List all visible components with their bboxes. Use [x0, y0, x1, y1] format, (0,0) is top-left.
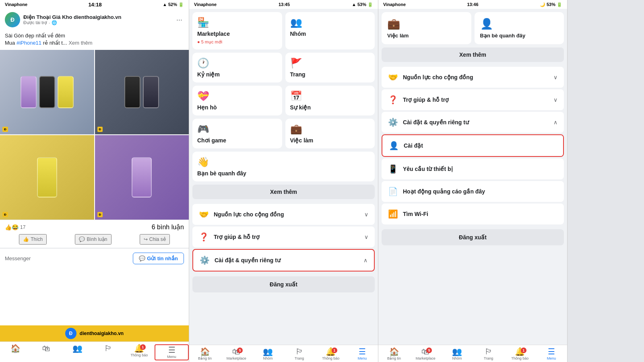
section-community-2[interactable]: 🤝 Nguồn lực cho cộng đồng ∨ [192, 204, 375, 225]
shortcut-banbe[interactable]: 👤 Bạn bè quanh đây [475, 12, 564, 44]
nav-notifications-3[interactable]: 🔔 1 Thông báo [504, 348, 536, 360]
status-bar-2: Vinaphone 13:45 ▲ 53% 🔋 [189, 0, 378, 9]
nav-feed-label-2: Bảng tin [198, 356, 212, 360]
nav-pages-1[interactable]: 🏳 [93, 344, 124, 360]
hoatdong-item[interactable]: 📄 Hoạt động quảng cáo gần đây [382, 181, 564, 202]
section-community-3[interactable]: 🤝 Nguồn lực cho cộng đồng ∨ [382, 67, 564, 88]
page-avatar[interactable]: Đ [5, 12, 20, 27]
help-icon-3: ❓ [388, 95, 398, 105]
yeucau-label: Yêu cầu từ thiết bị [403, 166, 453, 172]
nav-marketplace-1[interactable]: 🛍 [31, 344, 62, 360]
photo-cell-2[interactable]: Đ [95, 50, 189, 134]
see-more-link[interactable]: Xem thêm [68, 40, 92, 46]
trang-nav-icon-3: 🏳 [485, 348, 493, 356]
caidat-item[interactable]: 👤 Cài đặt [382, 135, 563, 156]
menu-item-choigame[interactable]: 🎮 Chơi game [192, 119, 282, 148]
wifi-icon: 📶 [388, 209, 398, 219]
help-label-3: Trợ giúp & hỗ trợ [403, 97, 449, 103]
community-label-3: Nguồn lực cho cộng đồng [403, 74, 473, 80]
menu-item-marketplace[interactable]: 🏪 Marketplace ● 5 mục mới [192, 12, 282, 49]
menu-item-henho[interactable]: 💝 Hẹn hò [192, 86, 282, 115]
section-settings-3[interactable]: ⚙️ Cài đặt & quyền riêng tư ∧ [382, 112, 564, 133]
indicators-3: 🌙 53% 🔋 [540, 2, 562, 7]
trang-nav-icon-2: 🏳 [295, 348, 303, 356]
nav-feed-2[interactable]: 🏠 Bảng tin [189, 348, 221, 360]
nav-home-1[interactable]: 🏠 [0, 344, 31, 360]
logout-button-2[interactable]: Đăng xuất [192, 276, 375, 292]
help-chevron-2: ∨ [364, 234, 368, 240]
photo-cell-1[interactable]: Đ [0, 50, 94, 134]
phone-mini-purple2 [132, 157, 152, 197]
filler-area [568, 0, 644, 362]
settings-section-highlight-2: ⚙️ Cài đặt & quyền riêng tư ∧ [192, 249, 375, 272]
carrier-2: Vinaphone [194, 2, 217, 7]
photo-cell-3[interactable]: Đ [0, 135, 94, 220]
nav-trang-3[interactable]: 🏳 Trang [473, 348, 504, 360]
shortcut-vieclam-label: Việc làm [387, 33, 466, 39]
section-help-3[interactable]: ❓ Trợ giúp & hỗ trợ ∨ [382, 89, 564, 110]
like-button[interactable]: 👍 Thích [19, 234, 47, 245]
menu-item-kynieam[interactable]: 🕐 Kỷ niệm [192, 53, 282, 82]
nav-notifications-2[interactable]: 🔔 1 Thông báo [315, 348, 347, 360]
share-button[interactable]: ↪ Chia sẻ [140, 234, 170, 245]
post-options-button[interactable]: ··· [175, 14, 184, 26]
banbe-icon: 👋 [197, 156, 370, 168]
brand-badge-3: Đ [2, 212, 8, 217]
marketplace-nav-badge-2: 5 [237, 348, 243, 353]
menu-grid: 🏪 Marketplace ● 5 mục mới 👥 Nhóm 🕐 Kỷ ni… [189, 9, 378, 185]
kyniem-icon: 🕐 [197, 58, 277, 69]
see-more-button-3[interactable]: Xem thêm [382, 47, 564, 62]
section-settings-2[interactable]: ⚙️ Cài đặt & quyền riêng tư ∧ [193, 250, 374, 271]
phone-2: Vinaphone 13:45 ▲ 53% 🔋 🏪 Marketplace ● … [189, 0, 378, 362]
phone-mini-black [39, 76, 55, 108]
section-settings-left-2: ⚙️ Cài đặt & quyền riêng tư [200, 255, 281, 265]
notifications-nav-badge-3: 1 [521, 348, 526, 353]
nav-menu-3[interactable]: ☰ Menu [536, 348, 567, 360]
nav-menu-1[interactable]: ☰ Menu [155, 344, 189, 360]
nhom-nav-label-2: Nhóm [263, 356, 272, 360]
page-name[interactable]: Điện Thoại Giá Kho dienthoaigiakho.vn [23, 14, 171, 20]
phone-mini-dark [143, 76, 159, 108]
timwifi-item[interactable]: 📶 Tìm Wi-Fi [382, 204, 564, 224]
nav-marketplace-3[interactable]: 🛍 5 Marketplace [410, 348, 441, 360]
phone3-content: 💼 Việc làm 👤 Bạn bè quanh đây Xem thêm 🤝… [378, 9, 567, 345]
nav-nhom-2[interactable]: 👥 Nhóm [252, 348, 283, 360]
notifications-nav-badge-2: 1 [332, 348, 337, 353]
section-help-2[interactable]: ❓ Trợ giúp & hỗ trợ ∨ [192, 226, 375, 247]
nav-notifications-1[interactable]: 🔔 1 Thông báo [124, 344, 155, 360]
photo-cell-4[interactable]: Đ [95, 135, 189, 220]
shortcut-vieclam[interactable]: 💼 Việc làm [382, 12, 471, 44]
marketplace-icon: 🏪 [197, 17, 277, 28]
brand-bar: Đ dienthoaigiakho.vn [0, 325, 189, 341]
menu-item-vieclam[interactable]: 💼 Việc làm [285, 119, 375, 148]
reactions-count[interactable]: 17 [20, 224, 25, 230]
see-more-button-2[interactable]: Xem thêm [192, 185, 375, 199]
nav-marketplace-2[interactable]: 🛍 5 Marketplace [221, 348, 252, 360]
section-settings-left-3: ⚙️ Cài đặt & quyền riêng tư [388, 117, 469, 127]
menu-item-trang[interactable]: 🚩 Trang [285, 53, 375, 82]
nav-feed-3[interactable]: 🏠 Bảng tin [378, 348, 410, 360]
nav-menu-2[interactable]: ☰ Menu [347, 348, 378, 360]
nav-trang-2[interactable]: 🏳 Trang [284, 348, 315, 360]
time-3: 13:46 [467, 2, 478, 7]
kyniem-label: Kỷ niệm [197, 71, 277, 78]
logout-button-3[interactable]: Đăng xuất [382, 229, 564, 245]
bottom-nav-1: 🏠 🛍 👥 🏳 🔔 1 Thông báo ☰ Menu [0, 341, 189, 362]
help-icon-2: ❓ [199, 232, 209, 242]
yeucau-icon: 📱 [388, 164, 398, 174]
community-chevron-3: ∨ [553, 74, 557, 80]
menu-item-banbe[interactable]: 👋 Bạn bè quanh đây [192, 152, 375, 181]
phone-mini-black2 [124, 76, 140, 108]
yeucau-item[interactable]: 📱 Yêu cầu từ thiết bị [382, 158, 564, 179]
notifications-nav-label-2: Thông báo [322, 356, 339, 360]
comment-button[interactable]: 💬 Bình luận [75, 234, 111, 245]
menu-item-sukien[interactable]: 📅 Sự kiện [285, 86, 375, 115]
nav-nhom-3[interactable]: 👥 Nhóm [441, 348, 473, 360]
menu-item-nhom[interactable]: 👥 Nhóm [285, 12, 375, 49]
hashtag-iphone11[interactable]: #iPhone11 [17, 40, 41, 46]
indicators-2: ▲ 53% 🔋 [352, 2, 373, 7]
send-message-button[interactable]: 💬 Gửi tin nhắn [133, 253, 184, 264]
post-text: Sài Gòn đẹp nhất về đêm Mua #iPhone11 rẻ… [0, 31, 189, 50]
nav-groups-1[interactable]: 👥 [62, 344, 93, 360]
comments-count[interactable]: 6 bình luận [152, 223, 184, 231]
